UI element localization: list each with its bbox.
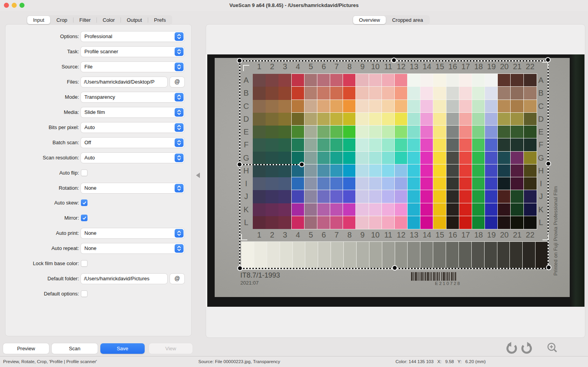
files-browse-button[interactable]: @: [170, 77, 184, 87]
color-patch-L20: [498, 216, 511, 229]
stepper-chevrons-icon[interactable]: [175, 47, 184, 56]
crop-handle[interactable]: [299, 162, 304, 167]
color-patch-L11: [382, 216, 395, 229]
rotation-dropdown[interactable]: None: [81, 183, 184, 193]
color-patch-H12: [395, 164, 408, 177]
media-dropdown[interactable]: Slide film: [81, 107, 184, 117]
color-patch-I3: [278, 177, 291, 190]
rotation-label: Rotation:: [5, 183, 79, 193]
color-patch-D18: [472, 113, 485, 126]
crop-handle[interactable]: [391, 58, 397, 63]
color-patch-D4: [292, 113, 304, 126]
row-letter: J: [240, 190, 253, 203]
scan-resolution-dropdown[interactable]: Auto: [81, 153, 184, 163]
color-patch-D20: [498, 113, 511, 126]
save-button[interactable]: Save: [100, 343, 145, 354]
stepper-chevrons-icon[interactable]: [175, 93, 184, 101]
grayscale-step-8: [331, 242, 343, 269]
color-patch-H6: [317, 164, 330, 177]
column-number: 6: [317, 231, 330, 242]
crop-handle[interactable]: [237, 162, 242, 167]
stepper-chevrons-icon[interactable]: [175, 108, 184, 117]
tab-color[interactable]: Color: [97, 16, 121, 24]
zoom-in-icon[interactable]: [546, 342, 559, 355]
color-patch-I6: [317, 177, 330, 190]
form-row-rotation: Rotation:None: [5, 183, 192, 193]
default-folder-field[interactable]: /Users/hamrickdavid/Pictures: [81, 274, 167, 284]
color-patch-D9: [356, 113, 369, 126]
source-dropdown[interactable]: File: [81, 62, 184, 72]
mode-dropdown[interactable]: Transparency: [81, 92, 184, 102]
color-patch-C16: [446, 100, 459, 113]
stepper-chevrons-icon[interactable]: [175, 63, 184, 71]
color-patch-A19: [485, 74, 498, 87]
tab-input[interactable]: Input: [27, 16, 50, 24]
row-letter: D: [240, 113, 253, 126]
color-patch-grid: [253, 74, 537, 229]
color-patch-H9: [356, 164, 369, 177]
tab-filter[interactable]: Filter: [74, 16, 96, 24]
color-patch-E9: [356, 126, 369, 138]
form-row-options: Options:Professional: [5, 31, 192, 42]
crop-handle[interactable]: [237, 58, 242, 63]
batch-scan-dropdown[interactable]: Off: [81, 138, 184, 148]
crop-edge[interactable]: [240, 164, 302, 165]
crop-handle[interactable]: [546, 265, 551, 270]
scan-preview[interactable]: 12345678910111213141516171819202122 1234…: [206, 54, 584, 307]
color-patch-J12: [395, 190, 408, 203]
color-patch-C4: [292, 100, 304, 113]
column-number: 18: [472, 231, 485, 242]
color-patch-B16: [446, 87, 459, 100]
tab-crop[interactable]: Crop: [51, 16, 73, 24]
color-patch-K1: [253, 203, 266, 216]
color-patch-K18: [472, 203, 485, 216]
rotate-left-icon[interactable]: [505, 342, 518, 355]
stepper-chevrons-icon[interactable]: [175, 229, 184, 238]
scan-button[interactable]: Scan: [52, 343, 98, 354]
auto-flip-checkbox[interactable]: [81, 170, 88, 176]
grayscale-step-21: [497, 242, 510, 269]
default-folder-browse-button[interactable]: @: [170, 274, 184, 284]
row-letter: E: [240, 126, 253, 138]
tab-prefs[interactable]: Prefs: [148, 16, 172, 24]
bits-per-pixel-dropdown[interactable]: Auto: [81, 122, 184, 133]
rotate-right-icon[interactable]: [520, 342, 533, 355]
tab-overview[interactable]: Overview: [353, 16, 386, 24]
files-field[interactable]: /Users/hamrickdavid/Desktop/P: [81, 77, 167, 87]
crop-handle[interactable]: [237, 266, 243, 271]
grayscale-step-23: [523, 242, 535, 269]
stepper-chevrons-icon[interactable]: [175, 244, 184, 253]
mirror-checkbox[interactable]: [81, 215, 88, 221]
tab-output[interactable]: Output: [121, 16, 148, 24]
column-number: 16: [446, 62, 459, 74]
task-dropdown[interactable]: Profile scanner: [81, 47, 184, 57]
color-patch-B21: [511, 87, 523, 100]
scanner-background: [570, 54, 584, 307]
default-options-checkbox[interactable]: [81, 290, 88, 297]
color-patch-A14: [420, 74, 433, 87]
color-patch-D1: [253, 113, 266, 126]
stepper-chevrons-icon[interactable]: [175, 184, 184, 192]
grayscale-step-7: [318, 242, 331, 269]
color-patch-J14: [420, 190, 433, 203]
dropdown-value: File: [84, 64, 93, 70]
color-patch-K20: [498, 203, 511, 216]
stepper-chevrons-icon[interactable]: [175, 154, 184, 162]
color-patch-A21: [511, 74, 523, 87]
auto-flip-label: Auto flip:: [5, 168, 79, 178]
stepper-chevrons-icon[interactable]: [175, 123, 184, 132]
crop-handle[interactable]: [546, 161, 551, 166]
color-patch-F11: [382, 138, 395, 151]
preview-button[interactable]: Preview: [3, 343, 49, 354]
color-patch-C15: [433, 100, 446, 113]
auto-print-dropdown[interactable]: None: [81, 228, 184, 238]
collapse-panel-icon[interactable]: [196, 173, 200, 178]
lock-film-base-color-checkbox[interactable]: [81, 260, 88, 267]
options-dropdown[interactable]: Professional: [81, 31, 184, 42]
stepper-chevrons-icon[interactable]: [175, 138, 184, 147]
auto-repeat-dropdown[interactable]: None: [81, 243, 184, 253]
stepper-chevrons-icon[interactable]: [175, 32, 184, 41]
tab-cropped-area[interactable]: Cropped area: [386, 16, 429, 24]
crop-handle[interactable]: [392, 265, 397, 271]
auto-skew-checkbox[interactable]: [81, 199, 88, 206]
